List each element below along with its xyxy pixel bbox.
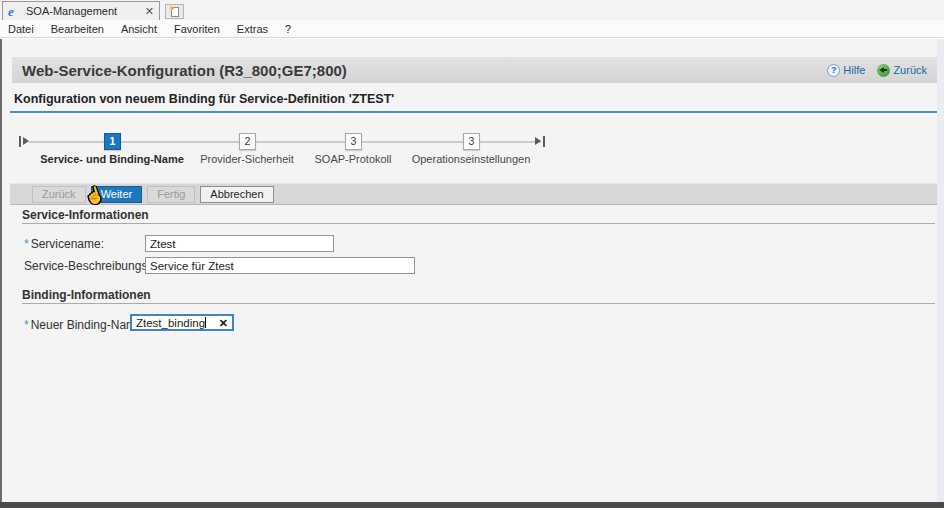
required-marker: * [24, 318, 29, 332]
roadmap-end-icon [543, 136, 545, 147]
back-icon [877, 64, 890, 77]
next-button[interactable]: Weiter [91, 186, 143, 203]
divider [10, 111, 937, 113]
wizard-step-4[interactable]: 3 [463, 133, 480, 150]
menu-ansicht[interactable]: Ansicht [121, 23, 157, 35]
wizard-step-1-label: Service- und Binding-Name [40, 153, 184, 165]
binding-section-title: Binding-Informationen [22, 288, 151, 302]
wizard-toolbar: Zurück Weiter Fertig Abbrechen [10, 183, 937, 205]
cancel-button[interactable]: Abbrechen [200, 186, 273, 203]
tab-strip: e SOA-Management ✕ [0, 0, 944, 20]
wizard-roadmap: 1 2 3 3 Service- und Binding-Name Provid… [2, 125, 944, 170]
clear-input-icon[interactable]: ✕ [219, 317, 228, 330]
divider [22, 303, 935, 304]
page-title: Web-Service-Konfiguration (R3_800;GE7;80… [12, 62, 827, 79]
text-caret [205, 317, 206, 328]
page-content: Web-Service-Konfiguration (R3_800;GE7;80… [0, 39, 944, 502]
menu-bearbeiten[interactable]: Bearbeiten [51, 23, 104, 35]
tab-title: SOA-Management [26, 5, 141, 17]
browser-tab[interactable]: e SOA-Management ✕ [2, 1, 160, 20]
wizard-step-3-label: SOAP-Protokoll [314, 153, 391, 165]
ie-logo-icon: e [8, 5, 21, 18]
back-link-label: Zurück [893, 64, 927, 76]
finish-button[interactable]: Fertig [147, 186, 195, 203]
wizard-step-4-label: Operationseinstellungen [412, 153, 531, 165]
binding-name-input[interactable]: Ztest_binding ✕ [130, 314, 234, 331]
new-tab-button[interactable] [165, 4, 184, 19]
menu-extras[interactable]: Extras [237, 23, 268, 35]
wizard-step-2-label: Provider-Sicherheit [200, 153, 294, 165]
menu-bar: Datei Bearbeiten Ansicht Favoriten Extra… [0, 20, 944, 38]
scrollbar-gutter [937, 39, 944, 502]
required-marker: * [24, 237, 29, 251]
wizard-subtitle: Konfiguration von neuem Binding für Serv… [14, 92, 394, 106]
menu-datei[interactable]: Datei [8, 23, 34, 35]
service-name-label: *Servicename: [24, 237, 104, 251]
service-section-title: Service-Informationen [22, 208, 149, 222]
page-header: Web-Service-Konfiguration (R3_800;GE7;80… [12, 57, 937, 83]
menu-hilfe[interactable]: ? [285, 23, 291, 35]
wizard-step-3[interactable]: 3 [345, 133, 362, 150]
new-tab-icon [171, 7, 179, 17]
divider [22, 223, 935, 224]
roadmap-start-icon [19, 136, 21, 147]
back-button[interactable]: Zurück [32, 186, 86, 203]
service-description-input[interactable]: Service für Ztest [145, 257, 415, 274]
back-link[interactable]: Zurück [877, 64, 927, 77]
binding-name-label: *Neuer Binding-Name: [24, 318, 146, 332]
wizard-step-1[interactable]: 1 [104, 133, 121, 150]
help-link[interactable]: ? Hilfe [827, 64, 865, 77]
help-icon: ? [827, 64, 840, 77]
help-link-label: Hilfe [843, 64, 865, 76]
wizard-step-2[interactable]: 2 [239, 133, 256, 150]
window-bottom-edge [0, 502, 944, 508]
browser-window: e SOA-Management ✕ Datei Bearbeiten Ansi… [0, 0, 944, 508]
menu-favoriten[interactable]: Favoriten [174, 23, 220, 35]
tab-close-icon[interactable]: ✕ [145, 5, 154, 18]
service-name-input[interactable]: Ztest [145, 235, 334, 252]
